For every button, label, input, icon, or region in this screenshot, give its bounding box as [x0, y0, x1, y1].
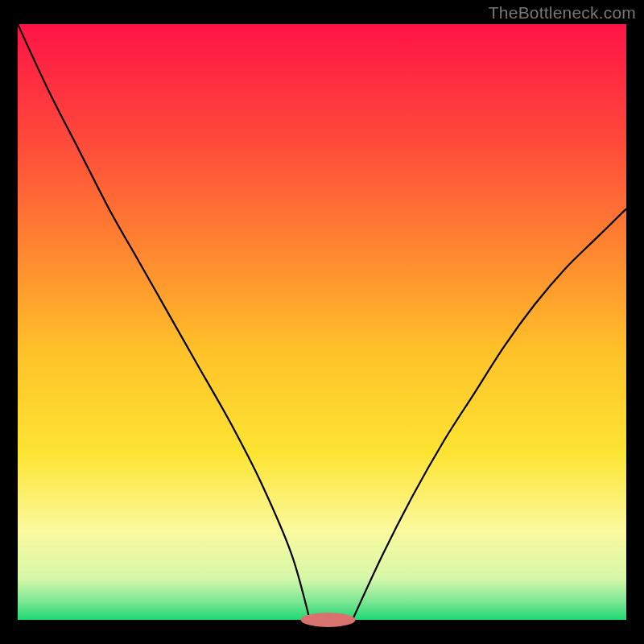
bottleneck-marker [301, 613, 356, 627]
chart-frame: TheBottleneck.com [0, 0, 644, 644]
watermark-text: TheBottleneck.com [489, 3, 636, 23]
plot-background [18, 24, 626, 620]
bottleneck-chart [0, 0, 644, 644]
